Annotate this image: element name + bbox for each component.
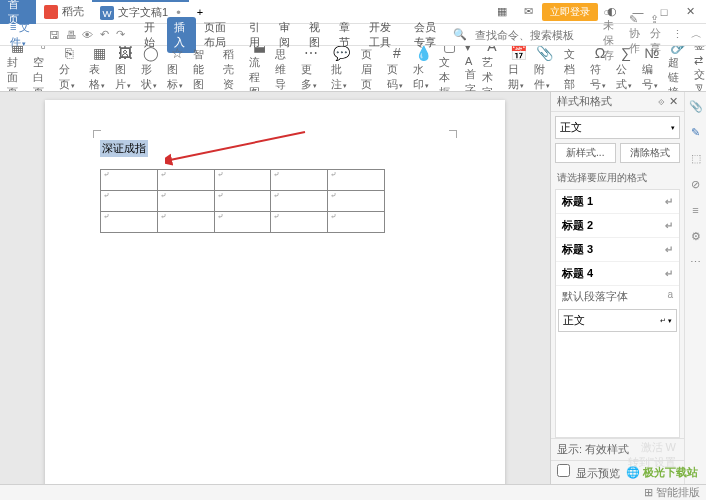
home-tab[interactable]: 首页 <box>0 0 36 24</box>
ribbon-label: 附件▾ <box>534 62 554 92</box>
qa-save-icon[interactable]: 🖫 <box>49 27 62 43</box>
styles-panel: 样式和格式 ⟐✕ 正文 ▾ 新样式... 清除格式 请选择要应用的格式 标题 1… <box>550 92 684 484</box>
ribbon-crossref[interactable]: ⇄ 交叉引用 <box>694 54 706 92</box>
current-style-select[interactable]: 正文 ▾ <box>555 116 680 139</box>
ribbon-思维导图[interactable]: ✱思维导图▾ <box>272 48 298 90</box>
new-style-button[interactable]: 新样式... <box>555 143 616 163</box>
tool-limit-icon[interactable]: ⊘ <box>688 176 704 192</box>
ribbon-艺术字[interactable]: A艺术字▾ <box>479 48 505 90</box>
tool-settings-icon[interactable]: ⚙ <box>688 228 704 244</box>
ribbon-文档部件[interactable]: ▦文档部件▾ <box>561 48 587 90</box>
ribbon-流程图[interactable]: ⬓流程图▾ <box>246 48 272 90</box>
tool-styles-icon[interactable]: ✎ <box>688 124 704 140</box>
ribbon-图片[interactable]: 🖼图片▾ <box>112 48 138 90</box>
tool-layers-icon[interactable]: ≡ <box>688 202 704 218</box>
ribbon-label: 超链接▾ <box>668 55 688 93</box>
search-input[interactable] <box>475 29 595 41</box>
show-label: 显示: <box>557 443 582 455</box>
ribbon-更多[interactable]: ⋯更多▾ <box>298 48 324 90</box>
ribbon-icon: ▦ <box>90 46 108 61</box>
style-item[interactable]: 标题 1↵ <box>556 190 679 214</box>
tab-docer[interactable]: 稻壳 <box>36 0 92 24</box>
qa-undo-icon[interactable]: ↶ <box>98 27 111 43</box>
ribbon-稻壳资源[interactable]: ◈稻壳资源▾ <box>220 48 246 90</box>
document-area[interactable]: 深证成指 ⤶⤶⤶⤶⤶ ⤶⤶⤶⤶⤶ ⤶⤶⤶⤶⤶ <box>0 92 550 484</box>
return-icon: ↵ <box>665 196 673 207</box>
ribbon-符号[interactable]: Ω符号▾ <box>587 48 613 90</box>
svg-rect-0 <box>44 5 58 19</box>
ribbon-label: 封面页▾ <box>7 55 27 93</box>
preview-label: 显示预览 <box>576 467 620 479</box>
docer-icon <box>44 5 58 19</box>
more-icon[interactable]: ⋮ <box>672 28 683 41</box>
style-item[interactable]: 标题 2↵ <box>556 214 679 238</box>
qa-print-icon[interactable]: 🖶 <box>65 27 78 43</box>
selected-text[interactable]: 深证成指 <box>100 140 148 157</box>
default-font-item[interactable]: 默认段落字体a <box>556 286 679 307</box>
ribbon-label: 批注▾ <box>331 62 351 92</box>
svg-line-3 <box>170 132 305 160</box>
ribbon-文本框[interactable]: ▢文本框▾ <box>436 48 462 90</box>
ribbon-水印[interactable]: 💧水印▾ <box>410 48 436 90</box>
ribbon-label: 公式▾ <box>616 62 636 92</box>
ribbon-bookmark[interactable]: 🔖 书签 <box>694 46 706 53</box>
clear-format-button[interactable]: 清除格式 <box>620 143 681 163</box>
ribbon-页眉页脚[interactable]: ▭页眉页脚▾ <box>358 48 384 90</box>
ribbon-智能图形[interactable]: ⬢智能图形▾ <box>190 48 216 90</box>
style-item[interactable]: 标题 4↵ <box>556 262 679 286</box>
ribbon-icon: # <box>388 46 406 61</box>
tool-select-icon[interactable]: ⬚ <box>688 150 704 166</box>
ribbon-超链接[interactable]: 🔗超链接▾ <box>665 48 691 90</box>
current-style-label: 正文 <box>560 120 582 135</box>
ribbon-形状[interactable]: ◯形状▾ <box>138 48 164 90</box>
ribbon-label: 文本框▾ <box>439 55 459 93</box>
style-body-select[interactable]: 正文↵ ▾ <box>558 309 677 332</box>
ribbon-object[interactable]: ⬚ 对象 ▾ <box>465 46 476 54</box>
ribbon-附件[interactable]: 📎附件▾ <box>531 48 557 90</box>
tab-document[interactable]: W 文字文稿1 • <box>92 0 189 24</box>
ribbon-页码[interactable]: #页码▾ <box>384 48 410 90</box>
return-icon: ↵ <box>665 220 673 231</box>
ribbon-批注[interactable]: 💬批注▾ <box>328 48 354 90</box>
panel-pin-icon[interactable]: ⟐ <box>658 95 665 108</box>
ribbon-label: 更多▾ <box>301 62 321 92</box>
ribbon-label: 空白页▾ <box>33 55 53 93</box>
ribbon-空白页[interactable]: ▫空白页▾ <box>30 48 56 90</box>
ribbon-icon: 📎 <box>535 46 553 61</box>
style-name: 标题 1 <box>562 194 593 209</box>
tool-clipboard-icon[interactable]: 📎 <box>688 98 704 114</box>
style-name: 标题 3 <box>562 242 593 257</box>
ribbon-label: 稻壳资源▾ <box>223 47 243 92</box>
ribbon-icon: ▫ <box>34 46 52 54</box>
ribbon-label: 水印▾ <box>413 62 433 92</box>
chevron-down-icon: ▾ <box>671 124 675 132</box>
ribbon-label: 文档部件▾ <box>564 47 584 92</box>
ribbon-label: 图标▾ <box>167 62 187 92</box>
preview-checkbox[interactable] <box>557 464 570 477</box>
ribbon-分页[interactable]: ⎘分页▾ <box>56 48 82 90</box>
style-item[interactable]: 标题 3↵ <box>556 238 679 262</box>
tab-label: 稻壳 <box>62 4 84 19</box>
show-value[interactable]: 有效样式 <box>585 443 629 455</box>
qa-redo-icon[interactable]: ↷ <box>115 27 128 43</box>
document-table[interactable]: ⤶⤶⤶⤶⤶ ⤶⤶⤶⤶⤶ ⤶⤶⤶⤶⤶ <box>100 169 385 233</box>
qa-preview-icon[interactable]: 👁 <box>82 27 95 43</box>
ribbon-编号[interactable]: №编号▾ <box>639 48 665 90</box>
smart-layout-button[interactable]: ⊞ 智能排版 <box>644 485 700 500</box>
chevron-up-icon[interactable]: ︿ <box>691 27 702 42</box>
new-tab-button[interactable]: + <box>189 0 211 24</box>
ribbon-表格[interactable]: ▦表格▾ <box>86 48 112 90</box>
ribbon-封面页[interactable]: ▦封面页▾ <box>4 48 30 90</box>
ribbon-dropcap[interactable]: A 首字下沉 ▾ <box>465 55 476 93</box>
ribbon-label: 页码▾ <box>387 62 407 92</box>
ribbon-icon: 📅 <box>509 46 527 61</box>
ribbon-公式[interactable]: ∑公式▾ <box>613 48 639 90</box>
ribbon-label: 页眉页脚▾ <box>361 47 381 92</box>
ribbon-label: 表格▾ <box>89 62 109 92</box>
ribbon-图标[interactable]: ☆图标▾ <box>164 48 190 90</box>
ribbon-日期[interactable]: 📅日期▾ <box>505 48 531 90</box>
ribbon-icon: ▦ <box>8 46 26 54</box>
panel-close-icon[interactable]: ✕ <box>669 95 678 108</box>
ribbon-icon: № <box>643 46 661 61</box>
tool-more-icon[interactable]: ⋯ <box>688 254 704 270</box>
